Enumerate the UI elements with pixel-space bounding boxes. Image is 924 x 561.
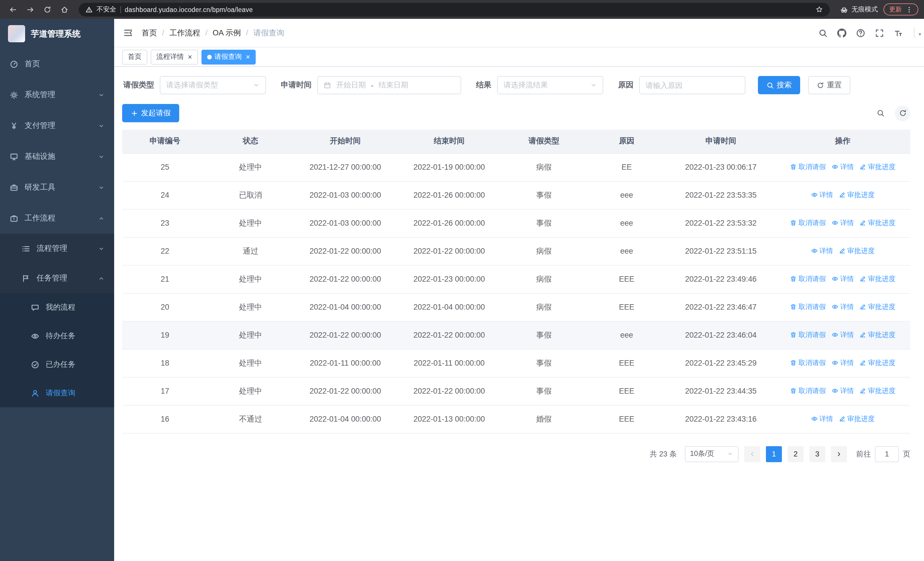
sidebar-item-process-mgmt[interactable]: 流程管理 [0, 234, 114, 263]
tab-home[interactable]: 首页 [122, 50, 147, 64]
page-button-1[interactable]: 1 [766, 446, 782, 462]
progress-action-link[interactable]: 审批进度 [860, 218, 896, 228]
sidebar-item-workflow[interactable]: 工作流程 [0, 203, 114, 234]
leave-type-cell: 事假 [501, 377, 587, 405]
detail-action-link[interactable]: 详情 [831, 274, 854, 284]
progress-action-link[interactable]: 审批进度 [860, 162, 896, 172]
goto-page-input[interactable] [875, 446, 899, 462]
table-row[interactable]: 24已取消2022-01-03 00:00:002022-01-26 00:00… [122, 181, 910, 209]
browser-forward-button[interactable] [23, 2, 38, 17]
actions-cell: 取消请假详情审批进度 [775, 153, 910, 181]
toggle-search-button[interactable] [873, 105, 888, 121]
sidebar-item-leave-query[interactable]: 请假查询 [0, 379, 114, 407]
create-leave-button[interactable]: 发起请假 [122, 104, 179, 122]
table-row[interactable]: 20处理中2022-01-04 00:00:002022-01-04 00:00… [122, 293, 910, 321]
table-row[interactable]: 19处理中2022-01-22 00:00:002022-01-22 00:00… [122, 321, 910, 349]
detail-action-link[interactable]: 详情 [831, 358, 854, 368]
browser-home-button[interactable] [57, 2, 72, 17]
cancel-action-link[interactable]: 取消请假 [790, 386, 826, 396]
user-avatar-wrap[interactable]: ▾ [914, 28, 915, 38]
cancel-action-link[interactable]: 取消请假 [790, 330, 826, 340]
breadcrumb-item[interactable]: OA 示例 [213, 28, 241, 38]
progress-action-link[interactable]: 审批进度 [860, 302, 896, 312]
sidebar-item-done-tasks[interactable]: 已办任务 [0, 350, 114, 379]
sidebar-item-infra[interactable]: 基础设施 [0, 141, 114, 172]
breadcrumb-item[interactable]: 首页 [141, 28, 157, 38]
result-select[interactable]: 请选择流结果 [497, 76, 603, 94]
font-size-button[interactable] [894, 28, 903, 38]
star-icon [816, 6, 823, 13]
table-row[interactable]: 17处理中2022-01-22 00:00:002022-01-22 00:00… [122, 377, 910, 405]
calendar-icon-slot [324, 81, 331, 89]
cancel-action-link[interactable]: 取消请假 [790, 162, 826, 172]
table-row[interactable]: 22通过2022-01-22 00:00:002022-01-22 00:00:… [122, 237, 910, 265]
url-text[interactable]: dashboard.yudao.iocoder.cn/bpm/oa/leave [125, 6, 812, 13]
cancel-action-link[interactable]: 取消请假 [790, 302, 826, 312]
prev-page-button[interactable] [744, 446, 760, 462]
breadcrumb-item[interactable]: 工作流程 [170, 28, 200, 38]
table-row[interactable]: 25处理中2021-12-27 00:00:002022-01-19 00:00… [122, 153, 910, 181]
leave-type-select[interactable]: 请选择请假类型 [160, 76, 266, 94]
refresh-table-button[interactable] [895, 105, 910, 121]
progress-action-link[interactable]: 审批进度 [860, 358, 896, 368]
detail-action-link[interactable]: 详情 [831, 218, 854, 228]
browser-update-button[interactable]: 更新 [884, 3, 918, 15]
eye-icon [831, 220, 838, 227]
help-button[interactable] [856, 28, 865, 38]
progress-action-link[interactable]: 审批进度 [860, 386, 896, 396]
sidebar-item-payment[interactable]: 支付管理 [0, 110, 114, 141]
progress-action-link[interactable]: 审批进度 [838, 246, 874, 256]
request-id-cell: 22 [122, 237, 208, 265]
table-row[interactable]: 21处理中2022-01-22 00:00:002022-01-23 00:00… [122, 265, 910, 293]
table-row[interactable]: 18处理中2022-01-11 00:00:002022-01-11 00:00… [122, 349, 910, 377]
fullscreen-button[interactable] [875, 28, 884, 38]
detail-action-link[interactable]: 详情 [811, 246, 833, 256]
edit-icon [860, 388, 866, 394]
browser-menu-icon[interactable] [906, 6, 913, 13]
bookmark-star-icon[interactable] [816, 6, 823, 13]
tab-close-icon[interactable]: × [188, 53, 192, 60]
tab-close-icon[interactable]: × [246, 53, 250, 60]
sidebar-item-my-process[interactable]: 我的流程 [0, 293, 114, 322]
logo[interactable]: 芋道管理系统 [0, 19, 114, 48]
cancel-action-link[interactable]: 取消请假 [790, 218, 826, 228]
header-search-button[interactable] [818, 28, 828, 38]
sidebar-item-task-mgmt[interactable]: 任务管理 [0, 263, 114, 293]
progress-action-link[interactable]: 审批进度 [860, 330, 896, 340]
reset-button[interactable]: 重置 [808, 76, 850, 94]
sidebar-item-home[interactable]: 首页 [0, 48, 114, 80]
browser-back-button[interactable] [6, 2, 21, 17]
cancel-action-link[interactable]: 取消请假 [790, 274, 826, 284]
tab-process-detail[interactable]: 流程详情× [151, 50, 198, 64]
tab-leave-query[interactable]: 请假查询× [201, 50, 256, 64]
progress-action-link[interactable]: 审批进度 [838, 414, 874, 424]
page-button-3[interactable]: 3 [809, 446, 825, 462]
detail-action-link[interactable]: 详情 [831, 386, 854, 396]
progress-action-link[interactable]: 审批进度 [860, 274, 896, 284]
detail-action-link[interactable]: 详情 [811, 414, 833, 424]
cancel-action-link[interactable]: 取消请假 [790, 358, 826, 368]
table-row[interactable]: 23处理中2022-01-03 00:00:002022-01-26 00:00… [122, 209, 910, 237]
detail-action-link[interactable]: 详情 [831, 330, 854, 340]
table-row[interactable]: 16不通过2022-01-04 00:00:002022-01-13 00:00… [122, 405, 910, 433]
progress-action-link[interactable]: 审批进度 [838, 190, 874, 200]
browser-reload-button[interactable] [40, 2, 55, 17]
reason-input[interactable] [640, 77, 745, 94]
sidebar-item-devtools[interactable]: 研发工具 [0, 172, 114, 203]
github-link-icon[interactable] [837, 28, 846, 38]
detail-action-link[interactable]: 详情 [831, 162, 854, 172]
page-button-2[interactable]: 2 [788, 446, 804, 462]
gear-icon [10, 90, 18, 99]
detail-action-link[interactable]: 详情 [831, 302, 854, 312]
url-bar[interactable]: 不安全 dashboard.yudao.iocoder.cn/bpm/oa/le… [79, 3, 830, 16]
page-size-select[interactable]: 10条/页 [685, 446, 738, 462]
avatar-caret-icon[interactable]: ▾ [919, 31, 921, 37]
search-button[interactable]: 搜索 [758, 76, 800, 94]
sidebar-item-todo-tasks[interactable]: 待办任务 [0, 322, 114, 350]
sidebar-item-system[interactable]: 系统管理 [0, 80, 114, 110]
detail-action-link[interactable]: 详情 [811, 190, 833, 200]
sidebar-collapse-button[interactable] [123, 28, 133, 38]
user-avatar[interactable] [914, 27, 915, 38]
next-page-button[interactable] [831, 446, 847, 462]
apply-time-range-picker[interactable]: 开始日期 - 结束日期 [317, 76, 461, 94]
